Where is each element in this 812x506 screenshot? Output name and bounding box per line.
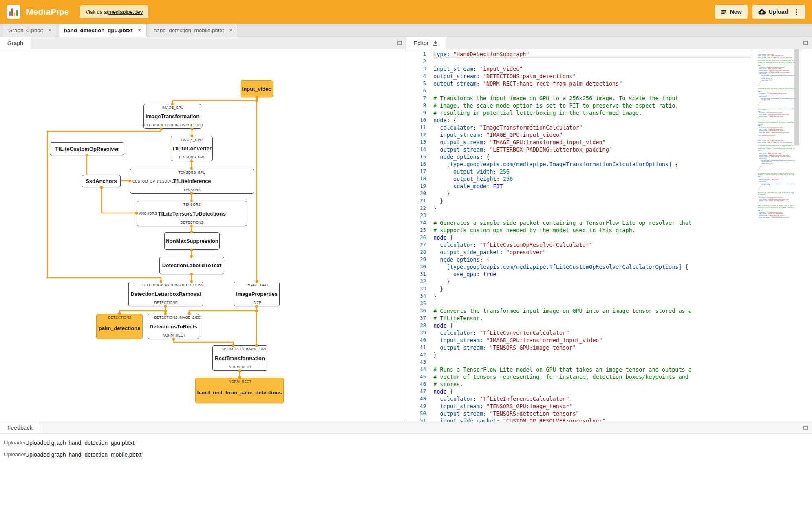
graph-node-SsdAnchors[interactable]: SsdAnchors bbox=[82, 175, 121, 187]
code-line[interactable]: output_stream: "IMAGE_GPU:transformed_in… bbox=[433, 139, 751, 146]
code-line[interactable] bbox=[433, 212, 751, 219]
editor-minimap[interactable]: type: "HandDetectionSubgraph" input_stre… bbox=[758, 50, 794, 422]
node-title: palm_detections bbox=[99, 325, 141, 331]
code-line[interactable]: input_stream: "IMAGE_GPU:transformed_inp… bbox=[433, 337, 751, 344]
code-line[interactable]: calculator: "TfLiteConverterCalculator" bbox=[433, 329, 751, 337]
file-tab[interactable]: hand_detection_mobile.pbtxt✕ bbox=[149, 24, 238, 37]
graph-node-hand_rect_from_palm_detections[interactable]: NORM_RECThand_rect_from_palm_detections bbox=[195, 378, 284, 403]
line-number: 6 bbox=[406, 87, 426, 95]
code-line[interactable]: [type.googleapis.com/mediapipe.TfLiteCus… bbox=[433, 263, 751, 271]
code-line[interactable]: } bbox=[433, 293, 751, 300]
graph-node-ImageTransformation[interactable]: IMAGE_GPULETTERBOX_PADDINGIMAGE_GPUImage… bbox=[143, 104, 201, 129]
code-line[interactable]: } bbox=[433, 205, 751, 212]
code-line[interactable]: node: { bbox=[433, 117, 751, 124]
line-number: 24 bbox=[406, 219, 426, 227]
feedback-expand-button[interactable] bbox=[799, 422, 812, 433]
tab-graph[interactable]: Graph bbox=[0, 37, 31, 49]
code-line[interactable]: # supports custom ops needed by the mode… bbox=[433, 227, 751, 234]
code-line[interactable]: calculator: "TfLiteCustomOpResolverCalcu… bbox=[433, 241, 751, 249]
close-tab-icon[interactable]: ✕ bbox=[229, 28, 232, 33]
code-line[interactable]: input_stream: "IMAGE_GPU:input_video" bbox=[433, 131, 751, 139]
code-line[interactable]: # Transforms the input image on GPU to a… bbox=[433, 95, 751, 102]
close-tab-icon[interactable]: ✕ bbox=[48, 28, 52, 33]
code-line[interactable]: node_options: { bbox=[433, 153, 751, 161]
code-line[interactable]: # Runs a TensorFlow Lite model on GPU th… bbox=[433, 366, 751, 373]
code-line[interactable]: output_stream: "DETECTIONS:palm_detectio… bbox=[433, 73, 751, 80]
code-line[interactable]: use_gpu: true bbox=[433, 271, 751, 278]
code-line[interactable]: calculator: "TfLiteInferenceCalculator" bbox=[433, 395, 751, 403]
code-line[interactable]: # image, the scale_mode option is set to… bbox=[433, 102, 751, 109]
code-line[interactable]: # scores. bbox=[433, 381, 751, 388]
code-line[interactable]: calculator: "ImageTransformationCalculat… bbox=[433, 124, 751, 131]
code-line[interactable]: output_height: 256 bbox=[433, 175, 751, 183]
editor-scrollbar[interactable] bbox=[794, 49, 799, 145]
code-line[interactable] bbox=[433, 359, 751, 366]
line-number: 17 bbox=[406, 168, 426, 175]
code-line[interactable]: output_stream: "TENSORS:detection_tensor… bbox=[433, 410, 751, 417]
graph-node-TfLiteInference[interactable]: TENSORS_GPUTENSORSCUSTOM_OP_RESOLVERTfLi… bbox=[130, 169, 254, 194]
code-line[interactable]: node { bbox=[433, 388, 751, 395]
code-line[interactable] bbox=[433, 87, 751, 95]
code-line[interactable]: input_side_packet: "CUSTOM_OP_RESOLVER:o… bbox=[433, 417, 751, 422]
file-tab[interactable]: Graph_0.pbtxt✕ bbox=[3, 24, 57, 37]
code-line[interactable] bbox=[433, 300, 751, 307]
code-line[interactable]: node { bbox=[433, 234, 751, 241]
graph-node-input_video[interactable]: input_video bbox=[241, 80, 273, 97]
code-line[interactable]: } bbox=[433, 190, 751, 197]
download-icon[interactable] bbox=[432, 40, 438, 46]
line-number: 3 bbox=[406, 65, 426, 73]
node-title: SsdAnchors bbox=[86, 178, 117, 184]
code-line[interactable]: node_options: { bbox=[433, 256, 751, 263]
file-tab[interactable]: hand_detection_gpu.pbtxt✕ bbox=[59, 24, 147, 37]
code-line[interactable]: } bbox=[433, 351, 751, 359]
graph-node-TfLiteTensorsToDetections[interactable]: TENSORSDETECTIONSANCHORSTfLiteTensorsToD… bbox=[137, 201, 247, 226]
code-line[interactable]: } bbox=[433, 278, 751, 285]
code-line[interactable]: input_stream: "input_video" bbox=[433, 65, 751, 73]
graph-node-TfLiteConverter[interactable]: IMAGE_GPUTENSORS_GPUTfLiteConverter bbox=[171, 136, 213, 161]
graph-node-TfLiteCustomOpResolver[interactable]: TfLiteCustomOpResolver bbox=[50, 142, 124, 155]
new-button[interactable]: New bbox=[715, 5, 748, 19]
feedback-source: Uploader bbox=[0, 440, 25, 446]
code-line[interactable]: type: "HandDetectionSubgraph" bbox=[433, 51, 751, 58]
code-line[interactable]: # Generates a single side packet contain… bbox=[433, 219, 751, 227]
line-number: 47 bbox=[406, 388, 426, 395]
graph-node-RectTransformation[interactable]: NORM_RECTIMAGE_SIZENORM_RECTRectTransfor… bbox=[212, 345, 267, 371]
node-title: DetectionLabelIdToText bbox=[162, 262, 221, 268]
upload-button[interactable]: Upload ⋮ bbox=[752, 5, 805, 19]
node-title: RectTransformation bbox=[215, 355, 265, 361]
graph-node-NonMaxSuppression[interactable]: NonMaxSuppression bbox=[164, 232, 220, 250]
kebab-menu-icon[interactable]: ⋮ bbox=[793, 9, 800, 15]
code-line[interactable]: output_stream: "NORM_RECT:hand_rect_from… bbox=[433, 80, 751, 87]
code-line[interactable]: # resulting in potential letterboxing in… bbox=[433, 109, 751, 117]
port-label: IMAGE_GPU bbox=[162, 106, 183, 110]
graph-node-palm_detections[interactable]: DETECTIONSpalm_detections bbox=[96, 314, 143, 339]
code-line[interactable]: # vector of tensors representing, for in… bbox=[433, 373, 751, 381]
code-line[interactable]: } bbox=[433, 197, 751, 205]
code-line[interactable]: } bbox=[433, 285, 751, 293]
code-line[interactable]: # Converts the transformed input image o… bbox=[433, 307, 751, 315]
code-line[interactable]: # TfLiteTensor. bbox=[433, 315, 751, 322]
code-editor[interactable]: 1234567891011121314151617181920212223242… bbox=[406, 49, 812, 422]
code-line[interactable]: input_stream: "TENSORS_GPU:image_tensor" bbox=[433, 403, 751, 410]
close-tab-icon[interactable]: ✕ bbox=[138, 28, 141, 33]
code-line[interactable] bbox=[433, 58, 751, 65]
editor-expand-button[interactable] bbox=[799, 37, 812, 49]
tab-feedback[interactable]: Feedback bbox=[0, 422, 40, 433]
graph-expand-button[interactable] bbox=[393, 37, 406, 49]
code-line[interactable]: output_stream: "LETTERBOX_PADDING:letter… bbox=[433, 146, 751, 153]
code-line[interactable]: output_side_packet: "opresolver" bbox=[433, 249, 751, 256]
code-line[interactable]: output_width: 256 bbox=[433, 168, 751, 175]
code-line[interactable]: [type.googleapis.com/mediapipe.ImageTran… bbox=[433, 161, 751, 168]
code-line[interactable]: scale_mode: FIT bbox=[433, 183, 751, 190]
code-line[interactable]: node { bbox=[433, 322, 751, 329]
graph-node-DetectionLetterboxRemoval[interactable]: LETTERBOX_PADDINGDETECTIONSDETECTIONSDet… bbox=[128, 282, 203, 306]
tab-editor[interactable]: Editor bbox=[406, 37, 446, 49]
graph-node-DetectionLabelIdToText[interactable]: DetectionLabelIdToText bbox=[159, 257, 224, 274]
code-line[interactable]: output_stream: "TENSORS_GPU:image_tensor… bbox=[433, 344, 751, 351]
code-content[interactable]: type: "HandDetectionSubgraph" input_stre… bbox=[433, 51, 751, 422]
line-number: 45 bbox=[406, 373, 426, 381]
graph-node-ImageProperties[interactable]: IMAGE_GPUSIZEImageProperties bbox=[234, 282, 280, 306]
mediapipe-dev-link[interactable]: mediapipe.dev bbox=[108, 9, 143, 15]
graph-node-DetectionsToRects[interactable]: DETECTIONSIMAGE_SIZENORM_RECTDetectionsT… bbox=[148, 314, 199, 339]
port-label: CUSTOM_OP_RESOLVER bbox=[132, 179, 177, 183]
